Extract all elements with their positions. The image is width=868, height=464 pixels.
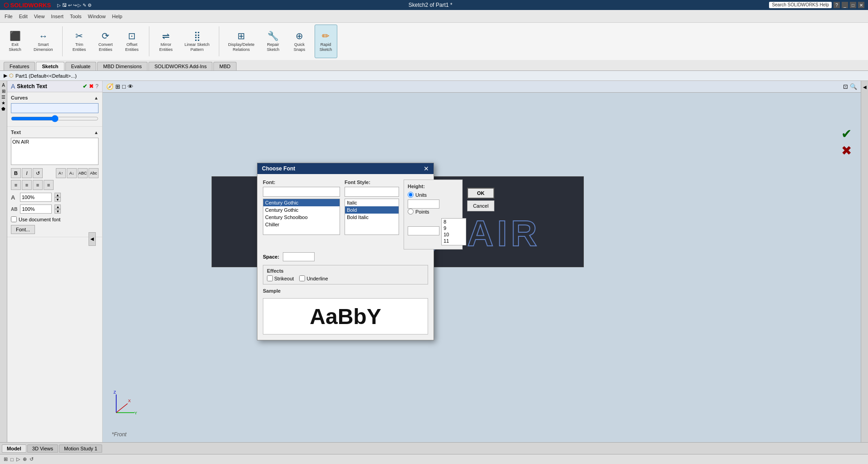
font-name-input[interactable]: Century Gothic xyxy=(263,187,340,197)
convert-entities-btn[interactable]: ⟳ ConvertEntities xyxy=(94,25,117,58)
font-list-item-century-schoolbook[interactable]: Century Schoolboo xyxy=(263,214,340,221)
cancel-button[interactable]: ✖ xyxy=(89,83,94,90)
menu-edit[interactable]: Edit xyxy=(16,13,30,20)
licon-1[interactable]: A xyxy=(2,83,5,88)
licon-4[interactable]: ★ xyxy=(1,100,5,105)
text-collapse-arrow[interactable]: ▲ xyxy=(94,130,99,135)
use-doc-font-checkbox[interactable] xyxy=(11,216,17,222)
width-scale-up[interactable]: ▲ xyxy=(54,193,61,197)
bottom-tab-model[interactable]: Model xyxy=(2,444,26,453)
curves-slider[interactable] xyxy=(11,115,99,122)
status-icon-1[interactable]: ⊞ xyxy=(4,456,8,462)
tab-sketch[interactable]: Sketch xyxy=(36,62,64,70)
height-11[interactable]: 11 xyxy=(442,238,466,244)
tab-mbd[interactable]: MBD xyxy=(213,62,236,70)
style-bold[interactable]: Bold xyxy=(345,206,399,214)
units-radio[interactable] xyxy=(408,192,414,198)
search-box[interactable]: Search SOLIDWORKS Help xyxy=(769,2,832,8)
licon-2[interactable]: ⊞ xyxy=(2,89,5,94)
menu-file[interactable]: File xyxy=(2,13,15,20)
align-center-button[interactable]: ≡ xyxy=(22,180,32,190)
height-points-input[interactable]: 57 xyxy=(408,226,439,235)
underline-checkbox[interactable] xyxy=(299,275,305,281)
licon-5[interactable]: ⬟ xyxy=(1,106,5,111)
minimize-button[interactable]: _ xyxy=(842,2,848,8)
panel-expand-arrow[interactable]: ◀ xyxy=(89,232,96,246)
tab-solidworks-addins[interactable]: SOLIDWORKS Add-Ins xyxy=(148,62,212,70)
height-9[interactable]: 9 xyxy=(442,225,466,231)
allcaps-button[interactable]: ABC xyxy=(78,168,88,178)
right-collapse-icon[interactable]: ◀ xyxy=(863,85,867,90)
smart-dimension-btn[interactable]: ↔ SmartDimension xyxy=(30,25,57,58)
quick-snaps-btn[interactable]: ⊕ QuickSnaps xyxy=(288,25,311,58)
bold-button[interactable]: B xyxy=(11,168,21,178)
menu-insert[interactable]: Insert xyxy=(48,13,66,20)
maximize-button[interactable]: □ xyxy=(850,2,856,8)
style-list[interactable]: Italic Bold Bold Italic xyxy=(345,199,399,235)
height-list[interactable]: 8 9 10 11 xyxy=(441,218,466,245)
align-left-button[interactable]: ≡ xyxy=(11,180,21,190)
align-right-button[interactable]: ≡ xyxy=(33,180,43,190)
canvas-area[interactable]: 🧭 ⊞ □ 👁 ⊡ 🔍 ON AIR L ✔ ✖ *Front xyxy=(103,81,861,442)
trim-label: TrimEntities xyxy=(73,42,86,52)
height-10[interactable]: 10 xyxy=(442,231,466,238)
font-list-item-chiller[interactable]: Chiller xyxy=(263,221,340,228)
bottom-tab-motion-study[interactable]: Motion Study 1 xyxy=(59,444,102,453)
help-button[interactable]: ? xyxy=(833,2,840,8)
mirror-entities-btn[interactable]: ⇌ MirrorEntities xyxy=(155,25,178,58)
close-button[interactable]: ✕ xyxy=(858,2,864,8)
rapid-sketch-btn[interactable]: ✏ RapidSketch xyxy=(315,25,337,58)
cancel-dialog-button[interactable]: Cancel xyxy=(467,200,494,211)
display-delete-btn[interactable]: ⊞ Display/DeleteRelations xyxy=(225,25,258,58)
space-input[interactable]: 1.00mm xyxy=(283,252,315,261)
font-list[interactable]: Century Gothic Century Gothic Century Sc… xyxy=(263,199,340,235)
info-button[interactable]: ? xyxy=(95,83,99,90)
superscript-button[interactable]: A↑ xyxy=(56,168,66,178)
ok-button[interactable]: OK xyxy=(467,188,494,199)
font-list-item-century-gothic[interactable]: Century Gothic xyxy=(263,199,340,206)
status-icon-4[interactable]: ⊕ xyxy=(23,456,27,462)
justify-button[interactable]: ≡ xyxy=(44,180,54,190)
menu-help[interactable]: Help xyxy=(109,13,125,20)
repair-sketch-btn[interactable]: 🔧 RepairSketch xyxy=(262,25,285,58)
height-scale-input[interactable] xyxy=(20,205,52,214)
tab-evaluate[interactable]: Evaluate xyxy=(65,62,97,70)
curves-collapse-arrow[interactable]: ▲ xyxy=(94,95,99,100)
tab-mbd-dimensions[interactable]: MBD Dimensions xyxy=(97,62,148,70)
curves-input[interactable] xyxy=(11,103,99,113)
italic-button[interactable]: I xyxy=(22,168,32,178)
menu-window[interactable]: Window xyxy=(85,13,108,20)
status-icon-2[interactable]: □ xyxy=(10,457,14,462)
rotate-button[interactable]: ↺ xyxy=(33,168,43,178)
font-button[interactable]: Font... xyxy=(11,225,35,234)
height-8[interactable]: 8 xyxy=(442,219,466,225)
bottom-tab-3dviews[interactable]: 3D Views xyxy=(27,444,58,453)
status-icon-5[interactable]: ↺ xyxy=(30,456,34,462)
font-list-item-century-gothic2[interactable]: Century Gothic xyxy=(263,206,340,214)
menu-tools[interactable]: Tools xyxy=(67,13,84,20)
smallcaps-button[interactable]: Abc xyxy=(89,168,99,178)
points-radio[interactable] xyxy=(408,209,414,215)
style-bold-italic[interactable]: Bold Italic xyxy=(345,214,399,221)
menu-view[interactable]: View xyxy=(31,13,48,20)
strikeout-label: Strikeout xyxy=(274,276,294,281)
linear-pattern-btn[interactable]: ⣿ Linear SketchPattern xyxy=(181,25,213,58)
tab-features[interactable]: Features xyxy=(4,62,35,70)
text-content-input[interactable]: ON AIR xyxy=(11,138,99,165)
style-italic[interactable]: Italic xyxy=(345,199,399,206)
height-scale-up[interactable]: ▲ xyxy=(54,205,61,209)
height-units-input[interactable]: 15.00mm xyxy=(408,200,439,209)
licon-3[interactable]: ☰ xyxy=(1,95,5,100)
offset-entities-btn[interactable]: ⊡ OffsetEntities xyxy=(121,25,143,58)
style-input[interactable]: Bold xyxy=(345,187,399,197)
dialog-close-button[interactable]: ✕ xyxy=(424,165,429,172)
width-scale-input[interactable] xyxy=(20,193,52,202)
trim-entities-btn[interactable]: ✂ TrimEntities xyxy=(68,25,91,58)
strikeout-checkbox[interactable] xyxy=(267,275,273,281)
confirm-button[interactable]: ✔ xyxy=(83,83,87,90)
exit-sketch-btn[interactable]: ⬛ ExitSketch xyxy=(4,25,26,58)
width-scale-down[interactable]: ▼ xyxy=(54,197,61,202)
height-scale-down[interactable]: ▼ xyxy=(54,209,61,214)
subscript-button[interactable]: A↓ xyxy=(67,168,77,178)
status-icon-3[interactable]: ▷ xyxy=(16,456,20,462)
